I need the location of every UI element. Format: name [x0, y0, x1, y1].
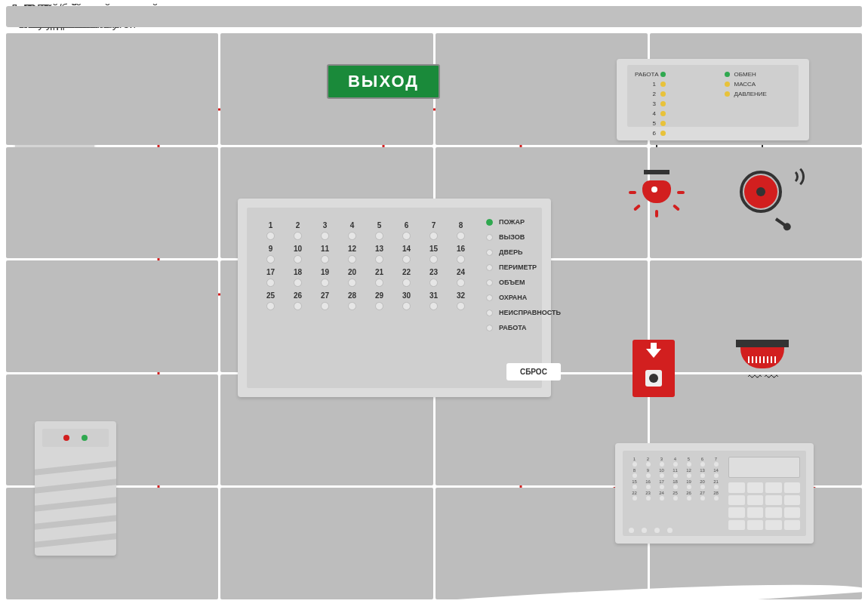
light-notifier-icon [630, 170, 683, 223]
sound-notifier-icon [737, 168, 794, 225]
exit-sign: ВЫХОД [327, 64, 440, 99]
smoke-detector-icon: 〰 〰 [736, 340, 789, 380]
power-led-green [82, 435, 88, 441]
control-panel: 1234567891011121314151617181920212223242… [615, 443, 814, 544]
backup-power-block [35, 421, 116, 556]
control-launch-block: РАБОТА123456 ОБМЕНМАССАДАВЛЕНИЕ [617, 59, 809, 140]
keypad-overlay [0, 0, 79, 106]
reset-button[interactable]: СБРОС [506, 363, 561, 380]
power-led-red [63, 435, 69, 441]
manual-call-point-icon [633, 340, 675, 397]
indication-block: 1234567891011121314151617181920212223242… [238, 199, 551, 397]
